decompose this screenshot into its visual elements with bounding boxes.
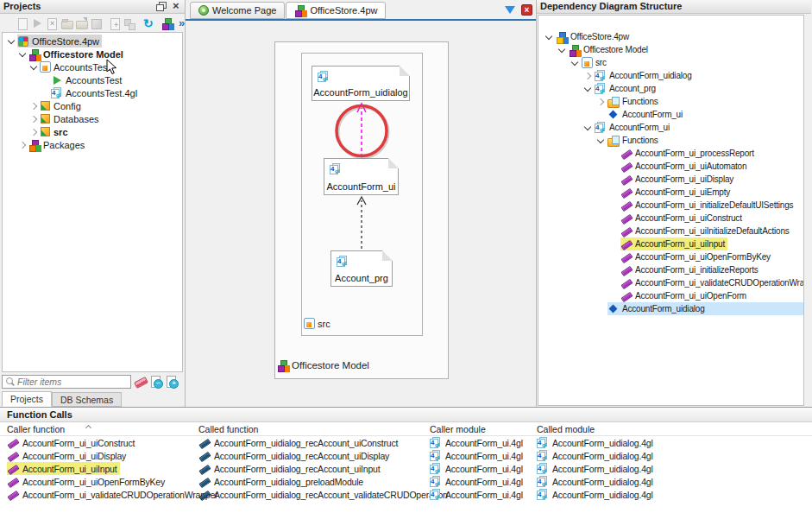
twisty-collapsed-icon[interactable] [28, 126, 40, 137]
tree-item-account-prg[interactable]: 4glAccount_prg [538, 82, 803, 95]
tab-welcome-page[interactable]: Welcome Page [190, 2, 285, 19]
close-panel-icon[interactable] [170, 2, 182, 12]
twisty-expanded-icon[interactable] [570, 57, 582, 68]
twisty-collapsed-icon[interactable] [595, 96, 607, 107]
twisty-collapsed-icon[interactable] [28, 100, 40, 111]
tree-item-src[interactable]: src [538, 56, 803, 69]
tree-item-accountstest[interactable]: AccountsTest [3, 60, 182, 73]
tree-item-officestore-model[interactable]: Officestore Model [538, 43, 803, 56]
twisty-expanded-icon[interactable] [557, 44, 569, 55]
tree-item-accountform-ui-uidisplay[interactable]: AccountForm_ui_uiDisplay [538, 173, 803, 186]
caller-module-cell[interactable]: 4glAccountForm_ui.4gl [430, 449, 537, 462]
tree-item-accountform-ui-uiinitializedefaultactions[interactable]: AccountForm_ui_uiInitializeDefaultAction… [538, 225, 803, 238]
tree-item-packages[interactable]: Packages [3, 138, 182, 151]
toolbar-button-run-icon[interactable] [31, 16, 43, 30]
filter-input[interactable] [17, 377, 130, 387]
tree-item-accountform-ui-uiautomaton[interactable]: AccountForm_ui_uiAutomaton [538, 160, 803, 173]
twisty-expanded-icon[interactable] [6, 35, 17, 47]
tree-item-accountform-ui-uiconstruct[interactable]: AccountForm_ui_uiConstruct [538, 212, 803, 225]
table-row[interactable]: AccountForm_ui_uiDisplayAccountForm_uidi… [0, 449, 812, 462]
caller-module-cell[interactable]: 4glAccountForm_ui.4gl [430, 436, 537, 449]
caller-function-cell[interactable]: AccountForm_ui_uiConstruct [7, 436, 198, 449]
caller-module-cell[interactable]: 4glAccountForm_ui.4gl [430, 488, 537, 501]
tree-item-officestore-4pw[interactable]: OfficeStore.4pw [3, 35, 182, 48]
diagram-node-account-prg[interactable]: 4gl Account_prg [330, 250, 393, 287]
called-function-cell[interactable]: AccountForm_uidialog_recAccount_uiInput [198, 462, 430, 475]
tree-item-accountform-ui-uiopenform[interactable]: AccountForm_ui_uiOpenForm [538, 289, 803, 302]
tree-item-accountform-uidialog[interactable]: AccountForm_uidialog [538, 302, 803, 315]
table-row[interactable]: AccountForm_ui_validateCRUDOperationWrap… [0, 488, 812, 501]
toolbar-button-new-file-icon[interactable] [16, 16, 28, 30]
filter-input-box[interactable] [2, 375, 131, 389]
column-header-caller-module[interactable]: Caller module [430, 424, 537, 434]
caller-function-cell[interactable]: AccountForm_ui_uiDisplay [7, 449, 198, 462]
twisty-collapsed-icon[interactable] [582, 70, 595, 81]
twisty-expanded-icon[interactable] [544, 31, 556, 42]
tree-item-accountform-ui-uiempty[interactable]: AccountForm_ui_uiEmpty [538, 186, 803, 199]
toolbar-button-sync-icon[interactable] [142, 16, 154, 30]
tab-close-icon[interactable]: × [521, 4, 532, 16]
twisty-expanded-icon[interactable] [595, 135, 607, 146]
tree-item-accountstest-4gl[interactable]: 4glAccountsTest.4gl [3, 86, 182, 99]
caller-function-cell[interactable]: AccountForm_ui_uiInput [7, 462, 198, 475]
twisty-collapsed-icon[interactable] [17, 139, 28, 150]
tree-item-functions[interactable]: Functions [538, 95, 803, 108]
toolbar-button-build-cubes-icon[interactable] [2, 16, 14, 30]
tree-item-accountform-ui-initializereports[interactable]: AccountForm_ui_initializeReports [538, 263, 803, 276]
tree-item-accountform-ui-uiinput[interactable]: AccountForm_ui_uiInput [538, 238, 803, 250]
column-header-caller-function[interactable]: Caller function [7, 424, 198, 434]
called-function-cell[interactable]: AccountForm_uidialog_recAccount_uiDispla… [198, 449, 430, 462]
clear-filter-icon[interactable] [135, 376, 147, 388]
called-module-cell[interactable]: 4glAccountForm_uidialog.4gl [537, 436, 812, 449]
caller-module-cell[interactable]: 4glAccountForm_ui.4gl [430, 475, 537, 488]
tree-item-accountform-ui[interactable]: 4glAccountForm_ui [538, 121, 803, 134]
twisty-expanded-icon[interactable] [582, 122, 595, 133]
column-header-called-module[interactable]: Called module [537, 424, 812, 434]
tree-item-accountform-ui-validatecrudoperationwrapper[interactable]: AccountForm_ui_validateCRUDOperationWrap… [538, 276, 803, 289]
tree-item-functions[interactable]: Functions [538, 134, 803, 147]
column-header-called-function[interactable]: Called function [198, 424, 430, 434]
caller-function-cell[interactable]: AccountForm_ui_validateCRUDOperationWrap… [7, 488, 198, 501]
called-function-cell[interactable]: AccountForm_uidialog_recAccount_validate… [198, 488, 430, 501]
called-module-cell[interactable]: 4glAccountForm_uidialog.4gl [537, 462, 812, 475]
toolbar-button-import-folder-icon[interactable] [75, 16, 87, 30]
twisty-expanded-icon[interactable] [17, 48, 28, 60]
tab-projects[interactable]: Projects [2, 391, 52, 407]
diagram-node-accountform-ui[interactable]: 4gl AccountForm_ui [324, 158, 399, 195]
toolbar-button-add-file-icon[interactable] [109, 16, 121, 30]
called-module-cell[interactable]: 4glAccountForm_uidialog.4gl [537, 475, 812, 488]
twisty-expanded-icon[interactable] [582, 83, 595, 94]
caller-function-cell[interactable]: AccountForm_ui_uiOpenFormByKey [7, 475, 198, 488]
called-module-cell[interactable]: 4glAccountForm_uidialog.4gl [537, 449, 812, 462]
float-panel-icon[interactable] [155, 2, 167, 12]
called-function-cell[interactable]: AccountForm_uidialog_recAccount_uiConstr… [198, 436, 430, 449]
twisty-expanded-icon[interactable] [28, 61, 40, 73]
tree-item-accountform-ui-initializedefaultuisettings[interactable]: AccountForm_ui_initializeDefaultUISettin… [538, 199, 803, 212]
diagram-canvas[interactable]: Officestore Model src 4gl AccountForm_ui… [186, 21, 536, 407]
tab-officestore-4pw[interactable]: OfficeStore.4pw [286, 2, 386, 19]
tree-item-accountform-ui[interactable]: AccountForm_ui [538, 108, 803, 121]
tab-db-schemas[interactable]: DB Schemas [52, 392, 122, 407]
tab-list-dropdown-icon[interactable] [505, 6, 515, 14]
called-function-cell[interactable]: AccountForm_uidialog_preloadModule [198, 475, 430, 488]
toolbar-button-stop-icon[interactable] [46, 16, 58, 30]
expand-all-icon[interactable] [166, 376, 178, 388]
diagram-node-accountform-uidialog[interactable]: 4gl AccountForm_uidialog [312, 66, 410, 101]
caller-module-cell[interactable]: 4glAccountForm_ui.4gl [430, 462, 537, 475]
collapse-all-icon[interactable] [150, 376, 162, 388]
tree-item-src[interactable]: src [3, 125, 182, 138]
toolbar-button-package-box-icon[interactable] [90, 16, 102, 30]
tree-item-accountform-ui-uiopenformbykey[interactable]: AccountForm_ui_uiOpenFormByKey [538, 250, 803, 263]
toolbar-button-cubes-run-icon[interactable] [161, 16, 173, 30]
toolbar-button-open-folder-icon[interactable] [60, 16, 72, 30]
tree-item-accountform-ui-processreport[interactable]: AccountForm_ui_processReport [538, 147, 803, 160]
table-row[interactable]: AccountForm_ui_uiConstructAccountForm_ui… [0, 436, 812, 449]
tree-item-officestore-model[interactable]: Officestore Model [3, 48, 182, 60]
tree-item-config[interactable]: Config [3, 99, 182, 112]
called-module-cell[interactable]: 4glAccountForm_uidialog.4gl [537, 488, 812, 501]
toolbar-button-build-all-icon[interactable] [123, 16, 135, 30]
tree-item-databases[interactable]: Databases [3, 112, 182, 125]
table-row[interactable]: AccountForm_ui_uiOpenFormByKeyAccountFor… [0, 475, 812, 488]
tree-item-accountform-uidialog[interactable]: 4glAccountForm_uidialog [538, 69, 803, 82]
tree-item-accountstest[interactable]: AccountsTest [3, 73, 182, 86]
